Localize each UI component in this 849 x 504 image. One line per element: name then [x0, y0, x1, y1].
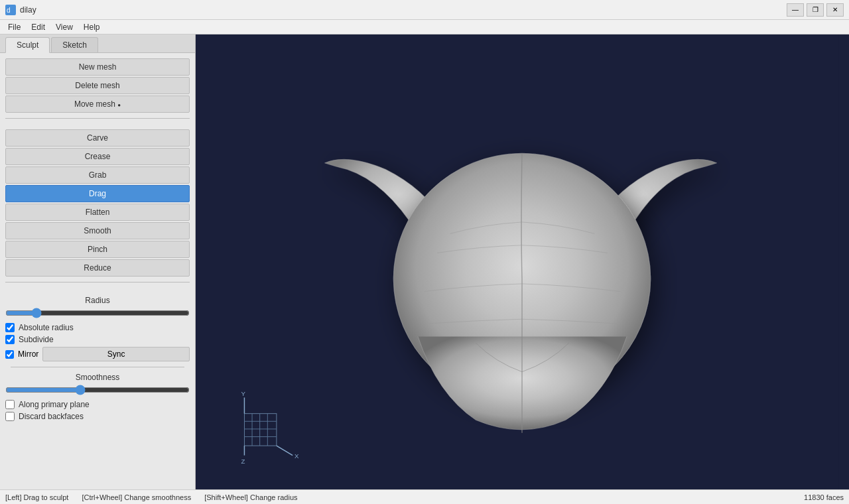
titlebar-left: d dilay: [5, 5, 36, 15]
absolute-radius-row: Absolute radius: [5, 323, 190, 332]
statusbar-left: [Left] Drag to sculpt [Ctrl+Wheel] Chang…: [5, 493, 298, 501]
svg-text:Z: Z: [241, 458, 245, 465]
move-mesh-button[interactable]: Move mesh ●: [5, 95, 190, 113]
menu-file[interactable]: File: [3, 21, 26, 33]
radius-slider-container: Radius: [5, 296, 190, 320]
viewport[interactable]: Y Z X: [196, 34, 849, 489]
close-button[interactable]: ✕: [826, 3, 844, 17]
svg-text:X: X: [294, 452, 299, 460]
separator-1: [5, 118, 190, 119]
status-hint-2: [Ctrl+Wheel] Change smoothness: [82, 493, 191, 501]
radius-slider[interactable]: [5, 308, 190, 318]
smoothness-slider-container: Smoothness: [5, 373, 190, 397]
maximize-button[interactable]: ❐: [807, 3, 824, 17]
separator-3: [11, 367, 184, 367]
subdivide-checkbox[interactable]: [5, 335, 15, 344]
mirror-label: Mirror: [18, 349, 38, 359]
left-panel: Sculpt Sketch New mesh Delete mesh Move …: [0, 34, 196, 489]
tabs: Sculpt Sketch: [0, 34, 195, 53]
along-primary-plane-label: Along primary plane: [19, 400, 90, 409]
menu-view[interactable]: View: [50, 21, 78, 33]
svg-text:Y: Y: [241, 390, 246, 397]
radius-label: Radius: [5, 296, 190, 305]
discard-backfaces-checkbox[interactable]: [5, 412, 15, 421]
absolute-radius-label: Absolute radius: [19, 323, 74, 332]
mirror-checkbox[interactable]: [5, 350, 14, 359]
delete-mesh-button[interactable]: Delete mesh: [5, 77, 190, 94]
menu-edit[interactable]: Edit: [26, 21, 50, 33]
face-count: 11830 faces: [804, 493, 844, 501]
options-section: Radius Absolute radius Subdivide Mirror …: [0, 288, 195, 426]
minimize-button[interactable]: —: [787, 3, 804, 17]
status-hint-1: [Left] Drag to sculpt: [5, 493, 68, 501]
absolute-radius-checkbox[interactable]: [5, 323, 15, 332]
pinch-button[interactable]: Pinch: [5, 241, 190, 258]
menubar: File Edit View Help: [0, 20, 849, 34]
flatten-button[interactable]: Flatten: [5, 204, 190, 221]
menu-help[interactable]: Help: [78, 21, 105, 33]
tool-buttons: Carve Crease Grab Drag Flatten Smooth Pi…: [0, 124, 195, 277]
smoothness-label: Smoothness: [5, 373, 190, 382]
drag-button[interactable]: Drag: [5, 185, 190, 202]
reduce-button[interactable]: Reduce: [5, 259, 190, 277]
along-primary-plane-checkbox[interactable]: [5, 400, 15, 409]
grab-button[interactable]: Grab: [5, 166, 190, 184]
tab-sketch[interactable]: Sketch: [51, 37, 98, 52]
tab-sculpt[interactable]: Sculpt: [5, 37, 50, 53]
app-icon: d: [5, 5, 16, 15]
subdivide-row: Subdivide: [5, 335, 190, 344]
status-hint-3: [Shift+Wheel] Change radius: [204, 493, 297, 501]
separator-2: [5, 282, 190, 283]
svg-text:d: d: [7, 7, 11, 14]
discard-backfaces-row: Discard backfaces: [5, 412, 190, 421]
along-primary-plane-row: Along primary plane: [5, 400, 190, 409]
title-text: dilay: [20, 5, 36, 15]
subdivide-label: Subdivide: [19, 335, 54, 344]
mesh-buttons: New mesh Delete mesh Move mesh ●: [0, 53, 195, 113]
crease-button[interactable]: Crease: [5, 148, 190, 165]
viewport-svg: Y Z X: [196, 34, 849, 489]
titlebar-controls: — ❐ ✕: [787, 3, 844, 17]
smooth-button[interactable]: Smooth: [5, 222, 190, 239]
sync-button[interactable]: Sync: [42, 347, 190, 361]
discard-backfaces-label: Discard backfaces: [19, 412, 84, 421]
titlebar: d dilay — ❐ ✕: [0, 0, 849, 20]
new-mesh-button[interactable]: New mesh: [5, 58, 190, 76]
main: Sculpt Sketch New mesh Delete mesh Move …: [0, 34, 849, 489]
smoothness-slider[interactable]: [5, 385, 190, 395]
carve-button[interactable]: Carve: [5, 129, 190, 147]
statusbar: [Left] Drag to sculpt [Ctrl+Wheel] Chang…: [0, 489, 849, 504]
mirror-row: Mirror Sync: [5, 347, 190, 361]
